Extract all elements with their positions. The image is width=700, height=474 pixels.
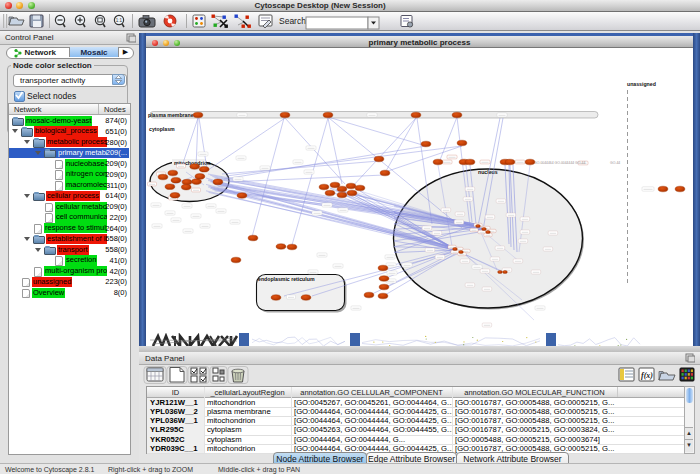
svg-text:GO-44: GO-44 bbox=[610, 161, 620, 165]
svg-text:f(x): f(x) bbox=[641, 371, 653, 380]
svg-text:1:1: 1:1 bbox=[116, 18, 123, 23]
svg-text:nucleus: nucleus bbox=[478, 169, 498, 175]
svg-text:Search:: Search: bbox=[279, 16, 308, 26]
svg-text:cytoplasm: cytoplasm bbox=[149, 126, 175, 132]
svg-text:unassigned: unassigned bbox=[627, 81, 656, 87]
svg-text:GO-0044464 GO-0044444 GO-44: GO-0044464 GO-0044444 GO-44 bbox=[534, 161, 585, 165]
svg-text:plasma membrane: plasma membrane bbox=[148, 112, 194, 118]
svg-text:endoplasmic reticulum: endoplasmic reticulum bbox=[258, 276, 315, 282]
